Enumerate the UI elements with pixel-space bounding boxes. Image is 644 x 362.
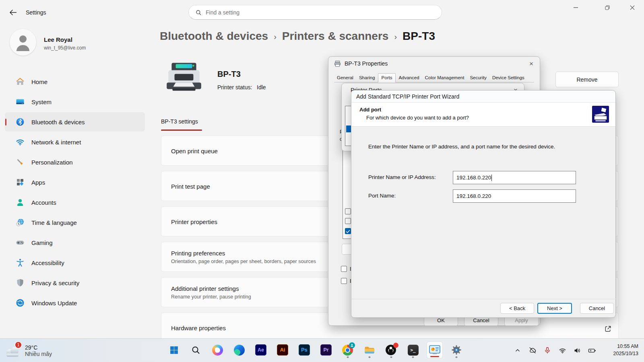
settings-app-active-button[interactable] xyxy=(427,341,443,358)
photoshop-button[interactable]: Ps xyxy=(296,341,312,358)
restore-icon xyxy=(605,5,610,10)
back-button[interactable] xyxy=(7,7,19,18)
sidebar-item-personalization[interactable]: Personalization xyxy=(5,152,145,172)
obs-button[interactable] xyxy=(383,341,399,358)
sidebar-item-network-internet[interactable]: Network & internet xyxy=(5,132,145,152)
sidebar-item-time-language[interactable]: Time & language xyxy=(5,213,145,232)
gear-icon xyxy=(451,344,462,356)
printer-image xyxy=(163,61,204,97)
tab-color-management[interactable]: Color Management xyxy=(422,74,467,82)
search-input[interactable]: Find a setting xyxy=(188,5,442,20)
taskbar-search-button[interactable] xyxy=(188,341,204,358)
user-email: win_t_95@live.com xyxy=(44,45,86,51)
breadcrumb-bluetooth-devices[interactable]: Bluetooth & devices xyxy=(160,30,268,43)
next-button[interactable]: Next > xyxy=(537,303,572,314)
sidebar-item-home[interactable]: Home xyxy=(5,72,145,91)
premiere-button[interactable]: Pr xyxy=(318,341,334,358)
edge-icon xyxy=(234,345,245,356)
sidebar-item-accounts[interactable]: Accounts xyxy=(5,193,145,212)
port-name-input[interactable]: 192.168.0.220 xyxy=(453,189,576,203)
illustrator-button[interactable]: Ai xyxy=(275,341,291,358)
tray-chevron-up-icon[interactable] xyxy=(513,346,522,355)
illustrator-icon: Ai xyxy=(277,344,288,356)
clock-date: 2025/10/13 xyxy=(613,350,638,357)
taskbar: 1 29°C Nhiều mây Ae Ai Ps xyxy=(0,338,644,362)
file-explorer-button[interactable] xyxy=(361,341,378,358)
weather-cloud-icon: 1 xyxy=(5,343,22,358)
chrome-icon xyxy=(342,344,354,356)
network-icon xyxy=(15,137,25,147)
sidebar-item-accessibility[interactable]: Accessibility xyxy=(5,253,145,272)
bluetooth-icon xyxy=(15,117,25,127)
tab-device-settings[interactable]: Device Settings xyxy=(489,74,527,82)
photoshop-icon: Ps xyxy=(299,344,310,356)
tray-clock[interactable]: 10:55 AM 2025/10/13 xyxy=(613,343,638,357)
wizard-titlebar: Add Standard TCP/IP Printer Port Wizard xyxy=(351,90,615,103)
restore-button[interactable] xyxy=(598,0,617,15)
sidebar-item-label: Privacy & security xyxy=(31,280,79,286)
minimize-button[interactable] xyxy=(566,0,585,15)
person-icon xyxy=(15,33,31,51)
text-caret xyxy=(491,175,492,181)
chrome-profile-badge xyxy=(349,342,355,348)
weather-widget[interactable]: 1 29°C Nhiều mây xyxy=(2,341,71,360)
breadcrumb-printers-scanners[interactable]: Printers & scanners xyxy=(282,30,389,43)
chrome-button[interactable] xyxy=(340,341,356,358)
microphone-icon[interactable] xyxy=(543,346,552,355)
remove-button[interactable]: Remove xyxy=(555,72,619,87)
onedrive-off-icon[interactable] xyxy=(528,346,537,355)
wifi-icon[interactable] xyxy=(558,346,567,355)
tab-advanced[interactable]: Advanced xyxy=(396,74,422,82)
sidebar-item-privacy-security[interactable]: Privacy & security xyxy=(5,273,145,292)
close-icon[interactable]: × xyxy=(526,59,537,69)
back-button[interactable]: < Back xyxy=(500,303,534,314)
after-effects-button[interactable]: Ae xyxy=(253,341,269,358)
tab-security[interactable]: Security xyxy=(467,74,489,82)
port-checkbox[interactable] xyxy=(345,208,351,214)
weather-condition: Nhiều mây xyxy=(25,351,52,357)
bidirectional-checkbox[interactable] xyxy=(341,266,347,272)
cancel-button[interactable]: Cancel xyxy=(580,303,614,314)
printer-status-value: Idle xyxy=(257,84,266,90)
wizard-header: Add port For which device do you want to… xyxy=(351,103,615,127)
wizard-footer-divider xyxy=(351,299,616,299)
sidebar-item-apps[interactable]: Apps xyxy=(5,173,145,192)
app-title: Settings xyxy=(26,9,46,16)
start-button[interactable] xyxy=(166,341,182,358)
battery-icon[interactable] xyxy=(588,346,597,355)
printer-pooling-checkbox[interactable] xyxy=(341,278,347,284)
close-button[interactable] xyxy=(623,0,642,15)
obs-icon xyxy=(385,344,397,356)
port-name-label: Port Name: xyxy=(368,193,396,199)
copilot-button[interactable] xyxy=(209,341,225,358)
sidebar-item-gaming[interactable]: Gaming xyxy=(5,233,145,252)
tab-general[interactable]: General xyxy=(334,74,356,82)
port-checkbox[interactable] xyxy=(345,218,351,224)
windows-start-icon xyxy=(169,345,179,355)
user-name: Lee Royal xyxy=(44,36,72,43)
terminal-icon: >_ xyxy=(408,345,419,356)
check-icon xyxy=(345,229,351,234)
settings-gear-button[interactable] xyxy=(448,341,464,358)
sidebar-item-bluetooth-devices[interactable]: Bluetooth & devices xyxy=(5,112,145,132)
back-arrow-icon xyxy=(9,10,17,15)
sidebar-item-windows-update[interactable]: Windows Update xyxy=(5,293,145,313)
avatar[interactable] xyxy=(10,29,36,56)
selected-accent-bar xyxy=(5,119,6,125)
edge-button[interactable] xyxy=(231,341,247,358)
breadcrumb-separator: › xyxy=(394,31,397,41)
desktop: Settings Find a setting Lee Royal win_t_… xyxy=(0,0,644,362)
terminal-button[interactable]: >_ xyxy=(405,341,421,358)
port-checkbox-checked[interactable] xyxy=(345,228,351,234)
printer-name: BP-T3 xyxy=(217,70,241,79)
sidebar-item-system[interactable]: System xyxy=(5,92,145,111)
tab-sharing[interactable]: Sharing xyxy=(356,74,378,82)
sidebar-item-label: Gaming xyxy=(31,239,53,246)
tab-bp-t3-settings[interactable]: BP-T3 settings xyxy=(161,118,198,125)
ip-address-input[interactable]: 192.168.0.220 xyxy=(453,171,576,184)
search-icon xyxy=(191,345,200,355)
tab-ports[interactable]: Ports xyxy=(378,73,396,82)
sidebar-item-label: Bluetooth & devices xyxy=(31,119,85,125)
tab-underline xyxy=(161,130,202,131)
volume-icon[interactable] xyxy=(573,346,582,355)
